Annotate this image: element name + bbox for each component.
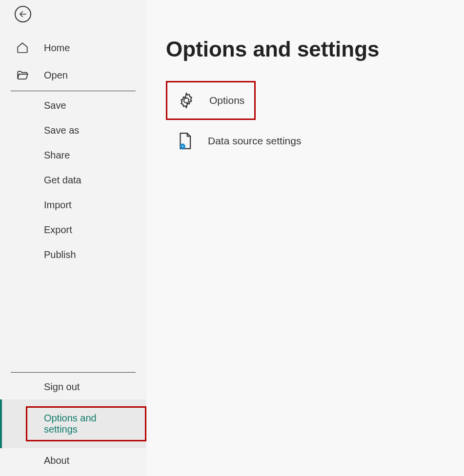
highlight-options-settings: Options and settings — [26, 406, 146, 441]
sidebar-item-get-data[interactable]: Get data — [0, 168, 146, 193]
sidebar-label-open: Open — [44, 70, 68, 81]
sidebar-label-get-data: Get data — [44, 175, 81, 186]
sidebar-item-open[interactable]: Open — [0, 61, 146, 89]
option-item-data-source[interactable]: Data source settings — [166, 123, 444, 159]
sidebar-item-share[interactable]: Share — [0, 143, 146, 168]
sidebar-label-home: Home — [44, 42, 70, 54]
arrow-left-icon — [19, 10, 27, 19]
option-label-data-source: Data source settings — [208, 135, 301, 147]
folder-open-icon — [16, 68, 29, 82]
sidebar-item-sign-out[interactable]: Sign out — [0, 375, 146, 399]
sidebar-label-save: Save — [44, 100, 66, 111]
home-icon — [16, 41, 29, 55]
page-title: Options and settings — [166, 37, 444, 61]
sidebar-label-about: About — [44, 455, 69, 466]
option-item-options[interactable]: Options — [167, 82, 254, 119]
sidebar-item-save-as[interactable]: Save as — [0, 118, 146, 143]
option-label-options: Options — [209, 95, 244, 106]
sidebar-item-publish[interactable]: Publish — [0, 242, 146, 267]
sidebar-label-export: Export — [44, 224, 72, 236]
sidebar-divider-2 — [11, 372, 136, 373]
sidebar-label-share: Share — [44, 150, 70, 161]
sidebar-item-options-and-settings[interactable]: Options and settings — [0, 399, 146, 448]
sidebar-label-options-settings: Options and settings — [44, 413, 97, 435]
svg-point-1 — [184, 98, 189, 103]
sidebar-label-save-as: Save as — [44, 125, 79, 136]
sidebar-item-export[interactable]: Export — [0, 218, 146, 242]
back-button[interactable] — [15, 6, 31, 22]
sidebar-divider-1 — [11, 91, 136, 91]
sidebar: Home Open Save Save as Share Get data Im… — [0, 0, 146, 476]
sidebar-item-about[interactable]: About — [0, 448, 146, 476]
sidebar-label-import: Import — [44, 199, 72, 211]
sidebar-item-home[interactable]: Home — [0, 34, 146, 61]
sidebar-label-sign-out: Sign out — [44, 381, 80, 393]
sidebar-label-publish: Publish — [44, 249, 76, 260]
main-panel: Options and settings Options — [146, 0, 464, 476]
sidebar-item-save[interactable]: Save — [0, 93, 146, 118]
gear-icon — [177, 91, 196, 110]
document-gear-icon — [176, 132, 194, 150]
sidebar-item-import[interactable]: Import — [0, 193, 146, 218]
highlight-options: Options — [166, 81, 256, 120]
